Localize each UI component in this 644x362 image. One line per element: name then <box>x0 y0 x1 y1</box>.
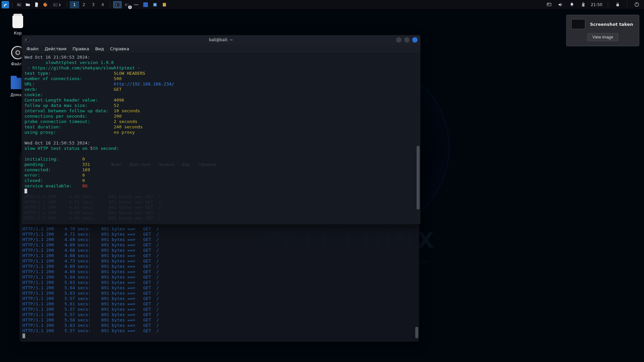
desktop-trash-label: Кор <box>14 31 21 36</box>
launcher-firefox[interactable] <box>41 1 49 9</box>
scrollbar-back[interactable] <box>415 327 418 338</box>
menu-действия[interactable]: Действия <box>45 46 66 51</box>
workspace-2[interactable]: 2 <box>79 1 89 8</box>
window-maximize-button[interactable] <box>404 37 410 43</box>
tray-lock-icon[interactable] <box>613 1 622 9</box>
window-minimize-button[interactable] <box>396 37 401 43</box>
task-terminal-1[interactable] <box>113 1 122 8</box>
svg-rect-6 <box>134 4 138 5</box>
launcher-editor[interactable] <box>33 1 41 9</box>
taskbar: >_ 1234 2 <box>0 0 644 9</box>
trash-icon <box>12 15 23 28</box>
task-app-notes[interactable] <box>160 1 169 8</box>
launcher-terminal[interactable] <box>15 1 23 9</box>
clock[interactable]: 21:50 <box>591 2 602 7</box>
scrollbar-front[interactable] <box>417 146 420 209</box>
workspace-1[interactable]: 1 <box>70 1 79 8</box>
window-title: kali@kali: ~ <box>22 38 420 42</box>
svg-rect-5 <box>125 3 129 6</box>
workspace-4[interactable]: 4 <box>98 1 107 8</box>
window-close-button[interactable] <box>412 37 418 43</box>
svg-rect-18 <box>25 38 29 42</box>
svg-rect-13 <box>583 2 584 3</box>
svg-rect-15 <box>616 4 619 6</box>
svg-rect-11 <box>548 4 549 4</box>
svg-text:>_: >_ <box>54 3 57 6</box>
terminal-window-front[interactable]: kali@kali: ~ ФайлДействияПравкаВидСправк… <box>21 35 421 225</box>
tray-notifications-icon[interactable] <box>568 1 576 9</box>
notification-toast: Screenshot taken View image <box>566 15 639 46</box>
svg-rect-7 <box>143 2 148 7</box>
toast-title: Screenshot taken <box>590 22 633 27</box>
task-terminal-2[interactable]: 2 <box>122 1 131 8</box>
task-badge: 2 <box>128 5 132 9</box>
launcher-files[interactable] <box>24 1 32 9</box>
tray-volume-icon[interactable] <box>556 1 565 9</box>
svg-rect-4 <box>115 3 119 6</box>
task-app-blue[interactable] <box>141 1 150 8</box>
workspace-3[interactable]: 3 <box>89 1 98 8</box>
screenshot-thumbnail <box>571 19 585 29</box>
launcher-root-terminal[interactable]: >_ <box>50 1 64 9</box>
svg-rect-0 <box>17 3 21 6</box>
terminal-icon <box>24 37 30 43</box>
tray-battery-icon[interactable] <box>579 1 587 9</box>
titlebar[interactable]: kali@kali: ~ <box>22 35 420 45</box>
svg-rect-9 <box>154 4 156 6</box>
desktop-trash[interactable]: Кор <box>5 14 30 36</box>
task-minimized[interactable] <box>132 1 141 8</box>
task-app-screenshot[interactable] <box>151 1 159 8</box>
menubar: ФайлДействияПравкаВидСправка <box>22 45 420 53</box>
menu-файл[interactable]: Файл <box>26 46 39 51</box>
svg-rect-10 <box>547 3 551 6</box>
kali-logo-icon <box>2 1 9 8</box>
menu-вид[interactable]: Вид <box>95 46 104 51</box>
terminal-output-front[interactable]: Wed Oct 16 21:50:53 2024: slowhttptest v… <box>22 53 420 224</box>
tray-power-icon[interactable] <box>633 1 641 9</box>
svg-rect-14 <box>583 4 584 6</box>
app-menu-button[interactable] <box>1 1 9 9</box>
svg-rect-17 <box>636 3 637 4</box>
menu-справка[interactable]: Справка <box>110 46 129 51</box>
toast-view-button[interactable]: View image <box>587 33 618 41</box>
menu-правка[interactable]: Правка <box>72 46 89 51</box>
tray-workspace-icon[interactable] <box>545 1 553 9</box>
